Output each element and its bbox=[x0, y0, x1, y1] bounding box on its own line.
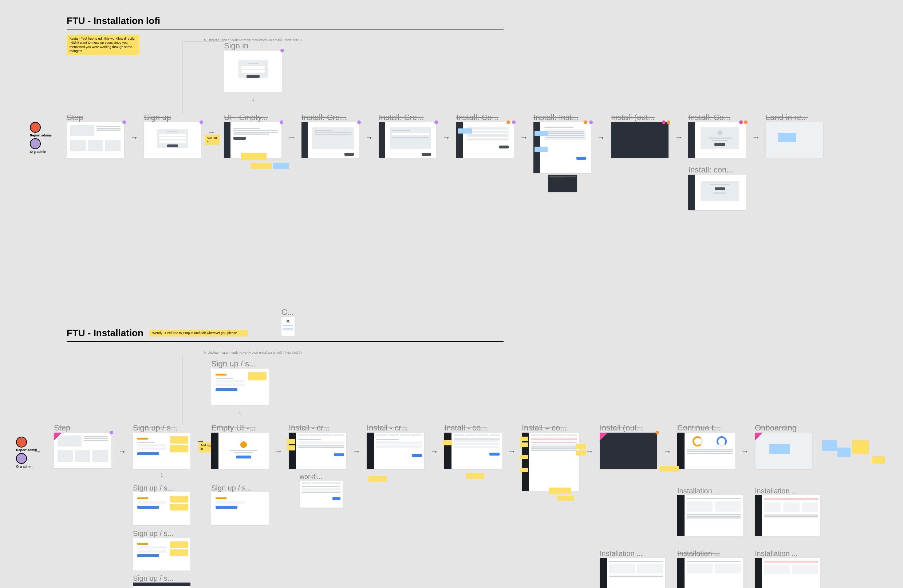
sticky-y[interactable] bbox=[520, 437, 528, 441]
sidebar-dark bbox=[755, 495, 762, 536]
frame-installation-v1[interactable] bbox=[677, 495, 743, 536]
sticky-y[interactable] bbox=[466, 473, 484, 479]
status-dot-2 bbox=[584, 121, 587, 124]
frame-signup[interactable] bbox=[144, 122, 201, 158]
avatar-report-admin bbox=[30, 122, 41, 133]
frame-install-co2[interactable] bbox=[688, 122, 746, 158]
sticky-y[interactable] bbox=[557, 495, 574, 501]
frame-label: Continue t... bbox=[677, 423, 735, 433]
frame-installation-v5[interactable] bbox=[755, 558, 820, 588]
frame-label-workflow: workfl... bbox=[300, 473, 343, 481]
frame-signup-v1[interactable] bbox=[133, 492, 190, 525]
sticky-note[interactable] bbox=[241, 153, 266, 160]
sidebar-dark bbox=[302, 122, 308, 158]
section1-underline bbox=[67, 29, 503, 30]
frame-installation-v2[interactable] bbox=[755, 495, 820, 536]
frame-label: Installation ... bbox=[755, 549, 820, 558]
frame-workflow[interactable] bbox=[300, 481, 343, 508]
sticky-note[interactable] bbox=[250, 163, 272, 169]
frame-signup-top[interactable] bbox=[211, 368, 269, 405]
arrow-icon: → bbox=[752, 133, 760, 142]
arrow-icon: → bbox=[442, 133, 450, 142]
sticky-blue[interactable] bbox=[458, 129, 472, 133]
sticky-blue[interactable] bbox=[769, 444, 790, 454]
sidebar-dark bbox=[224, 122, 230, 158]
frame-continue[interactable] bbox=[677, 433, 735, 469]
sticky-note-blue[interactable] bbox=[273, 163, 289, 169]
sticky-blue[interactable] bbox=[822, 440, 837, 451]
sticky-y[interactable] bbox=[872, 456, 885, 464]
sticky-y[interactable] bbox=[549, 488, 571, 494]
sticky-kezia[interactable]: Kezia - Feel free to edit this workflow … bbox=[67, 34, 140, 55]
arrow-icon: → bbox=[352, 447, 360, 456]
sticky-y[interactable] bbox=[286, 445, 295, 450]
frame-label: Install: Cre... bbox=[379, 113, 436, 122]
arrow-icon: → bbox=[208, 127, 216, 137]
sticky-y[interactable] bbox=[520, 442, 528, 447]
frame-land[interactable] bbox=[766, 122, 823, 158]
frame-terminal[interactable] bbox=[548, 175, 577, 192]
status-dot bbox=[744, 121, 747, 124]
sticky-blue[interactable] bbox=[837, 448, 851, 457]
frame-onboarding[interactable] bbox=[755, 433, 812, 469]
arrow-down-icon: ↓ bbox=[211, 407, 269, 416]
sticky-blue[interactable] bbox=[778, 133, 796, 142]
sticky-y[interactable] bbox=[576, 444, 586, 449]
frame-label: Installation ... bbox=[677, 549, 743, 558]
arrow-down-icon: ↓ bbox=[224, 95, 282, 103]
frame-signup-v2[interactable] bbox=[133, 538, 190, 571]
frame-label: Sign up / s... bbox=[211, 359, 269, 368]
frame-install-cr1[interactable] bbox=[289, 433, 346, 469]
frame-label: Sign up / s... bbox=[133, 484, 190, 492]
sidebar-dark bbox=[211, 433, 219, 469]
frame-signup-extra[interactable] bbox=[211, 492, 269, 525]
sticky-y[interactable] bbox=[520, 455, 528, 459]
sticky-y[interactable] bbox=[576, 450, 586, 456]
frame-installation-v3[interactable] bbox=[600, 558, 665, 588]
status-dot bbox=[200, 121, 203, 124]
changed-stripe bbox=[755, 433, 763, 441]
arrow-icon: → bbox=[288, 133, 296, 142]
frame-c[interactable]: ✕ bbox=[282, 317, 294, 336]
status-dot bbox=[512, 121, 516, 124]
sticky-wendy[interactable]: Wendy - Feel free to jump in and edit wh… bbox=[149, 330, 248, 337]
frame-installation-v4[interactable] bbox=[677, 558, 743, 588]
frame-install-out[interactable] bbox=[611, 122, 669, 158]
sticky-y[interactable] bbox=[852, 440, 869, 454]
frame-label: Install: Inst... bbox=[533, 113, 591, 122]
sticky-y[interactable] bbox=[368, 476, 387, 482]
sticky-blue[interactable] bbox=[535, 131, 547, 136]
changed-stripe bbox=[600, 433, 608, 441]
frame-empty-ui[interactable] bbox=[211, 433, 269, 469]
frame-signin[interactable] bbox=[224, 50, 282, 93]
frame-install-co[interactable] bbox=[456, 122, 514, 158]
frame-step-2[interactable] bbox=[54, 433, 112, 468]
status-dot bbox=[667, 121, 670, 124]
sticky-y[interactable] bbox=[286, 439, 295, 444]
sticky-y[interactable] bbox=[520, 468, 528, 472]
status-dot bbox=[589, 121, 593, 124]
frame-install-co1[interactable] bbox=[444, 433, 502, 469]
frame-step[interactable] bbox=[67, 122, 124, 158]
frame-install-cr2[interactable] bbox=[367, 433, 424, 469]
frame-install-out-2[interactable] bbox=[600, 433, 657, 469]
sticky-blue[interactable] bbox=[535, 147, 547, 152]
frame-label: Step bbox=[54, 423, 112, 433]
sticky-y[interactable] bbox=[443, 440, 452, 445]
status-dot bbox=[655, 431, 659, 434]
frame-signup-v3[interactable] bbox=[133, 583, 190, 588]
avatar-org-admin-label: Org admin bbox=[30, 150, 46, 154]
frame-label: Sign up bbox=[144, 113, 201, 122]
frame-install-cre1[interactable] bbox=[302, 122, 359, 158]
arrow-icon: → bbox=[597, 133, 605, 142]
frame-install-con-alt[interactable] bbox=[688, 175, 746, 210]
frame-install-cre2[interactable] bbox=[379, 122, 436, 158]
frame-signup-main[interactable] bbox=[133, 433, 190, 469]
frame-install-co2[interactable] bbox=[522, 433, 579, 491]
avatar-org-admin bbox=[30, 138, 41, 149]
frame-label: Install (out... bbox=[600, 423, 657, 433]
arrow-icon: → bbox=[508, 447, 516, 456]
sticky-y[interactable] bbox=[659, 466, 679, 472]
frame-label: UI - Empty... bbox=[224, 113, 282, 122]
frame-label: Sign up / s... bbox=[133, 529, 190, 538]
